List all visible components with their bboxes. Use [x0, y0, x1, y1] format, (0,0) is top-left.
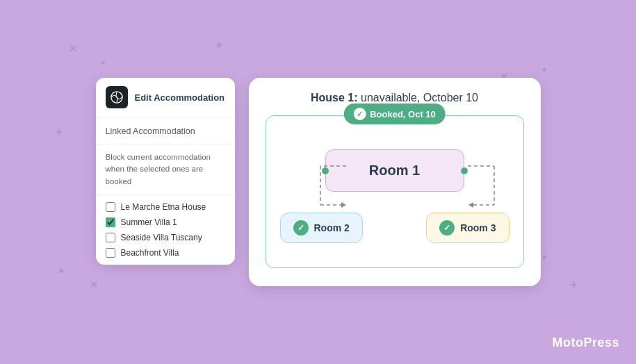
- house-title-bold: House 1:: [311, 92, 358, 104]
- room1-box: Room 1: [325, 149, 464, 192]
- decor-plus2: +: [570, 278, 578, 292]
- block-description: Block current accommodation when the sel…: [96, 144, 235, 195]
- room2-label: Room 2: [314, 222, 350, 233]
- motopress-text: MotoPress: [552, 336, 619, 349]
- checkbox-item-2[interactable]: Summer Villa 1: [106, 217, 225, 227]
- room3-check-icon: ✓: [439, 220, 455, 235]
- booked-badge-text: Booked, Oct 10: [370, 109, 436, 119]
- diagram-wrapper: Room 1: [280, 130, 509, 243]
- left-panel: Edit Accommodation Linked Accommodation …: [96, 78, 235, 265]
- checkbox-item-4[interactable]: Beachfront Villa: [106, 248, 225, 258]
- motopress-brand: MotoPress: [552, 336, 619, 350]
- booked-check-icon: ✓: [353, 108, 366, 120]
- room2-box: ✓ Room 2: [280, 213, 363, 243]
- room3-box: ✓ Room 3: [426, 213, 509, 243]
- wordpress-icon: [106, 86, 128, 108]
- checkbox-item-3[interactable]: Seaside Villa Tuscany: [106, 233, 225, 242]
- room1-label: Room 1: [369, 163, 420, 178]
- decor-dot2: •: [542, 63, 546, 77]
- house-title-rest: unavailable, October 10: [358, 92, 478, 104]
- svg-marker-8: [468, 202, 473, 208]
- checkbox-seaside-villa[interactable]: [106, 233, 115, 242]
- decor-dot3: •: [59, 264, 63, 279]
- decor-plus3: +: [56, 125, 63, 140]
- linked-accommodation-label: Linked Accommodation: [106, 126, 195, 136]
- edit-accommodation-title: Edit Accommodation: [135, 92, 225, 103]
- house-title: House 1: unavailable, October 10: [266, 92, 524, 104]
- main-container: Edit Accommodation Linked Accommodation …: [96, 78, 541, 286]
- room2-check-icon: ✓: [293, 220, 309, 235]
- bottom-rooms: ✓ Room 2 ✓ Room 3: [280, 213, 509, 243]
- room1-dot-right: [461, 167, 468, 174]
- decor-dot1: •: [101, 56, 105, 70]
- room1-dot-left: [322, 167, 329, 174]
- checkbox-beachfront[interactable]: [106, 248, 115, 258]
- checkbox-label-4: Beachfront Villa: [121, 248, 179, 258]
- accommodation-checkbox-list: Le Marche Etna House Summer Villa 1 Seas…: [96, 195, 235, 265]
- checkbox-label-1: Le Marche Etna House: [121, 202, 206, 212]
- checkbox-item-1[interactable]: Le Marche Etna House: [106, 202, 225, 212]
- checkbox-label-3: Seaside Villa Tuscany: [121, 233, 202, 242]
- panel-header: Edit Accommodation: [96, 78, 235, 117]
- room3-label: Room 3: [460, 222, 496, 233]
- checkbox-label-2: Summer Villa 1: [121, 217, 177, 227]
- linked-accommodation-section: Linked Accommodation: [96, 117, 235, 144]
- right-panel: House 1: unavailable, October 10 ✓ Booke…: [249, 78, 541, 286]
- checkbox-summer-villa[interactable]: [106, 217, 115, 227]
- room1-container: Room 1: [280, 149, 509, 192]
- decor-x1: ×: [70, 42, 77, 56]
- decor-plus1: +: [215, 38, 223, 53]
- checkbox-le-marche[interactable]: [106, 202, 115, 212]
- decor-dot4: •: [542, 250, 546, 265]
- svg-marker-4: [341, 202, 346, 208]
- booked-badge: ✓ Booked, Oct 10: [343, 104, 446, 124]
- diagram-area: ✓ Booked, Oct 10 Room 1: [266, 115, 524, 268]
